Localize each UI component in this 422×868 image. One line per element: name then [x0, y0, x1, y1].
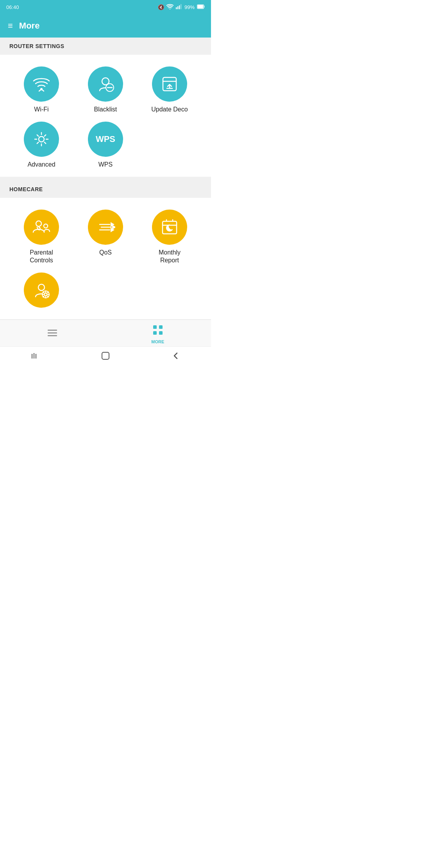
page-title: More	[19, 21, 40, 31]
svg-rect-3	[179, 5, 180, 9]
overview-nav-icon	[47, 328, 58, 340]
blacklist-label: Blacklist	[94, 106, 117, 114]
more-nav-icon	[152, 325, 163, 338]
svg-rect-48	[102, 352, 109, 359]
section-divider	[0, 177, 211, 181]
blacklist-item[interactable]: Blacklist	[73, 66, 138, 114]
wps-text: WPS	[96, 134, 115, 144]
svg-rect-39	[48, 332, 57, 334]
wifi-label: Wi-Fi	[34, 106, 48, 114]
wifi-status-icon	[166, 4, 173, 11]
update-deco-label: Update Deco	[151, 106, 188, 114]
monthly-report-label: MonthlyReport	[159, 249, 181, 265]
qos-label: QoS	[99, 249, 112, 257]
svg-point-14	[39, 136, 44, 142]
update-deco-item[interactable]: Update Deco	[138, 66, 202, 114]
svg-rect-6	[198, 5, 203, 8]
svg-point-0	[170, 8, 170, 9]
monthly-report-icon-circle	[152, 210, 187, 245]
svg-point-15	[36, 221, 41, 226]
svg-line-34	[43, 292, 44, 293]
time: 06:40	[6, 4, 19, 10]
app-bar: ≡ More	[0, 14, 211, 38]
router-settings-grid: Wi-Fi Blacklist Update Deco	[0, 55, 211, 177]
advanced-icon-circle	[24, 122, 59, 157]
wifi-item[interactable]: Wi-Fi	[9, 66, 73, 114]
advanced-item[interactable]: Advanced	[9, 122, 73, 169]
qos-item[interactable]: QoS	[73, 210, 138, 265]
svg-rect-2	[177, 6, 178, 9]
home-button[interactable]	[101, 351, 110, 362]
profiles-item[interactable]	[9, 273, 73, 312]
svg-rect-44	[159, 331, 163, 335]
monthly-report-item[interactable]: MonthlyReport	[138, 210, 202, 265]
blacklist-icon-circle	[88, 66, 123, 102]
svg-line-35	[47, 296, 48, 297]
qos-icon-circle	[88, 210, 123, 245]
profiles-icon-circle	[24, 273, 59, 308]
svg-point-27	[38, 284, 45, 291]
status-icons: 🔇 99%	[158, 4, 205, 11]
battery-icon	[197, 4, 205, 10]
back-button[interactable]	[172, 352, 180, 362]
parental-icon-circle	[24, 210, 59, 245]
mute-icon: 🔇	[158, 4, 164, 10]
router-settings-header: ROUTER SETTINGS	[0, 38, 211, 55]
battery-percent: 99%	[184, 4, 195, 10]
parental-controls-label: ParentalControls	[30, 249, 53, 265]
svg-line-37	[43, 296, 44, 297]
status-bar: 06:40 🔇 99%	[0, 0, 211, 14]
svg-rect-43	[153, 331, 157, 335]
svg-point-16	[44, 224, 48, 228]
homecare-header: HOMECARE	[0, 181, 211, 198]
svg-rect-4	[181, 4, 181, 9]
wifi-icon-circle	[24, 66, 59, 102]
parental-controls-item[interactable]: ParentalControls	[9, 210, 73, 265]
signal-icon	[176, 4, 182, 11]
update-icon-circle	[152, 66, 187, 102]
android-nav-bar	[0, 346, 211, 367]
svg-rect-40	[48, 335, 57, 336]
homecare-grid: ParentalControls QoS	[0, 198, 211, 320]
svg-rect-23	[163, 221, 177, 234]
nav-overview[interactable]	[47, 328, 58, 340]
svg-line-36	[47, 292, 48, 293]
svg-rect-41	[153, 325, 157, 329]
svg-rect-7	[204, 5, 205, 7]
svg-rect-42	[159, 325, 163, 329]
advanced-label: Advanced	[27, 161, 55, 169]
nav-more[interactable]: MORE	[151, 325, 164, 344]
recents-button[interactable]	[31, 352, 39, 362]
wps-item[interactable]: WPS WPS	[73, 122, 138, 169]
svg-rect-38	[48, 330, 57, 331]
svg-rect-1	[176, 7, 177, 9]
wps-icon-circle: WPS	[88, 122, 123, 157]
bottom-nav: MORE	[0, 319, 211, 346]
wps-label: WPS	[98, 161, 113, 169]
more-nav-label: MORE	[151, 339, 164, 344]
menu-button[interactable]: ≡	[8, 21, 13, 31]
